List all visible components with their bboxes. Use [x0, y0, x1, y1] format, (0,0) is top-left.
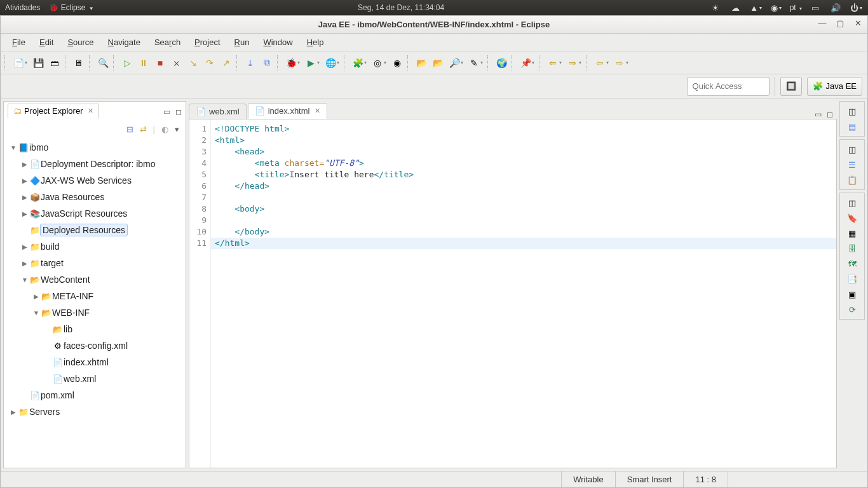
tree-node[interactable]: ▼📂WEB-INF	[4, 304, 186, 321]
editor-tab-close-icon[interactable]: ✕	[315, 107, 320, 115]
servers-view-icon[interactable]: 🗄	[845, 243, 859, 254]
menu-window[interactable]: Window	[257, 35, 299, 50]
tree-node[interactable]: ▶🔷JAX-WS Web Services	[4, 172, 186, 189]
maximize-button[interactable]: ▢	[834, 18, 846, 28]
nav-forward-dropdown[interactable]: ▾	[626, 60, 630, 65]
nav-forward-button[interactable]: ⇨	[612, 55, 627, 71]
tree-twist-icon[interactable]: ▼	[9, 144, 18, 151]
cloud-icon[interactable]: ☁	[729, 2, 743, 13]
view-maximize-icon[interactable]: ◻	[175, 107, 182, 116]
tree-node[interactable]: ▶📁target	[4, 255, 186, 271]
outline-view-icon[interactable]: ▤	[845, 121, 859, 132]
save-all-button[interactable]: 🗃	[47, 55, 62, 71]
perspective-javaee-button[interactable]: 🧩 Java EE	[807, 77, 862, 96]
data-source-view-icon[interactable]: 🗺	[845, 258, 859, 269]
keyboard-layout[interactable]: pt ▾	[790, 3, 802, 12]
tree-twist-icon[interactable]: ▶	[20, 260, 29, 267]
console-view-icon[interactable]: ▣	[845, 288, 859, 300]
menu-help[interactable]: Help	[301, 35, 330, 50]
back-marker-dropdown[interactable]: ▾	[559, 60, 564, 65]
tree-node[interactable]: ▶📁build	[4, 238, 186, 255]
tree-twist-icon[interactable]: ▶	[9, 409, 18, 416]
tree-twist-icon[interactable]: ▶	[20, 177, 29, 184]
collapse-all-icon[interactable]: ⊟	[126, 125, 133, 134]
sound-icon[interactable]: 🔊	[829, 2, 843, 13]
tree-twist-icon[interactable]: ▶	[20, 161, 29, 168]
editor-maximize-icon[interactable]: ◻	[827, 110, 833, 119]
tree-node[interactable]: ▶📁Servers	[4, 403, 186, 420]
pin-editor-button[interactable]: 📌	[518, 55, 533, 71]
project-explorer-close-icon[interactable]: ✕	[88, 107, 93, 115]
tree-twist-icon[interactable]: ▼	[32, 309, 41, 316]
step-return-button[interactable]: ↗	[219, 55, 234, 71]
tree-node[interactable]: ▶📂META-INF	[4, 288, 186, 304]
nav-back-dropdown[interactable]: ▾	[606, 60, 611, 65]
forward-marker-dropdown[interactable]: ▾	[579, 60, 583, 65]
tree-twist-icon[interactable]: ▶	[20, 194, 29, 201]
project-tree[interactable]: ▼📘ibmo▶📄Deployment Descriptor: ibmo▶🔷JAX…	[4, 138, 186, 468]
run-dropdown[interactable]: ▾	[317, 60, 322, 65]
properties-view-icon[interactable]: ▦	[845, 227, 859, 239]
code-editor[interactable]: 1234567891011 <!DOCTYPE html> <html> <he…	[189, 119, 837, 468]
editor-tab[interactable]: 📄index.xhtml✕	[248, 103, 328, 119]
run-on-server-dropdown[interactable]: ▾	[337, 60, 341, 65]
tree-node[interactable]: ▶📦Java Resources	[4, 189, 186, 205]
run-on-server-button[interactable]: 🌐	[323, 55, 338, 71]
accessibility-icon[interactable]: ◉▾	[770, 2, 783, 13]
updates-icon[interactable]: ▲▾	[749, 2, 763, 13]
activities-label[interactable]: Atividades	[5, 3, 40, 12]
new-dropdown[interactable]: ▾	[25, 60, 29, 65]
start-server-dropdown[interactable]: ▾	[384, 60, 388, 65]
zoom-button[interactable]: 🔍	[95, 55, 111, 71]
tree-node[interactable]: ▶📄index.xhtml	[4, 354, 186, 370]
search-dropdown[interactable]: ▾	[461, 60, 465, 65]
debug-dropdown[interactable]: ▾	[297, 60, 302, 65]
tree-twist-icon[interactable]: ▶	[20, 243, 29, 250]
close-button[interactable]: ✕	[852, 18, 864, 28]
tree-twist-icon[interactable]: ▶	[32, 293, 41, 300]
progress-view-icon[interactable]: ⟳	[845, 304, 859, 315]
run-button[interactable]: ▶	[303, 55, 318, 71]
menu-edit[interactable]: Edit	[33, 35, 60, 50]
new-button[interactable]: 📄	[11, 55, 26, 71]
back-marker-button[interactable]: ⇐	[545, 55, 560, 71]
menu-project[interactable]: Project	[188, 35, 226, 50]
restore-view-icon[interactable]: ◫	[845, 105, 859, 117]
weather-icon[interactable]: ☀	[709, 2, 722, 13]
tree-node[interactable]: ▶📄web.xml	[4, 370, 186, 387]
step-filters-button[interactable]: ⧉	[259, 55, 275, 71]
open-type-button[interactable]: 📂	[414, 55, 429, 71]
debug-button[interactable]: 🐞	[283, 55, 299, 71]
tree-node[interactable]: ▶📄Deployment Descriptor: ibmo	[4, 156, 186, 172]
tree-twist-icon[interactable]: ▶	[20, 210, 29, 217]
open-perspective-button[interactable]: 🔲	[780, 77, 802, 96]
drop-to-frame-button[interactable]: ⤓	[243, 55, 258, 71]
menu-search[interactable]: Search	[148, 35, 187, 50]
markers-view-icon[interactable]: 🔖	[845, 212, 859, 224]
link-editor-icon[interactable]: ⇄	[140, 125, 147, 134]
tree-node[interactable]: ▶📚JavaScript Resources	[4, 205, 186, 222]
step-over-button[interactable]: ↷	[202, 55, 217, 71]
stop-server-button[interactable]: ◉	[390, 55, 405, 71]
menu-source[interactable]: Source	[61, 35, 100, 50]
tree-node[interactable]: ▼📘ibmo	[4, 139, 186, 156]
annotate-dropdown[interactable]: ▾	[480, 60, 485, 65]
suspend-button[interactable]: ⏸	[136, 55, 151, 71]
start-server-button[interactable]: ◎	[370, 55, 385, 71]
tree-node[interactable]: ▼📂WebContent	[4, 271, 186, 288]
power-icon[interactable]: ⏻▾	[849, 2, 863, 13]
tree-twist-icon[interactable]: ▼	[20, 276, 29, 283]
tree-node[interactable]: ▶📄pom.xml	[4, 387, 186, 403]
new-server-dropdown[interactable]: ▾	[364, 60, 369, 65]
open-task-button[interactable]: 📂	[430, 55, 445, 71]
code-content[interactable]: <!DOCTYPE html> <html> <head> <meta char…	[211, 119, 836, 468]
menu-navigate[interactable]: Navigate	[102, 35, 147, 50]
window-switcher-icon[interactable]: ▭	[808, 2, 822, 13]
app-menu[interactable]: 🐞 Eclipse ▼	[49, 3, 93, 12]
terminate-button[interactable]: ■	[153, 55, 168, 71]
menu-file[interactable]: File	[6, 35, 32, 50]
resume-button[interactable]: ▷	[119, 55, 135, 71]
pin-dropdown[interactable]: ▾	[532, 60, 536, 65]
forward-marker-button[interactable]: ⇒	[565, 55, 580, 71]
disconnect-button[interactable]: ⨯	[169, 55, 184, 71]
